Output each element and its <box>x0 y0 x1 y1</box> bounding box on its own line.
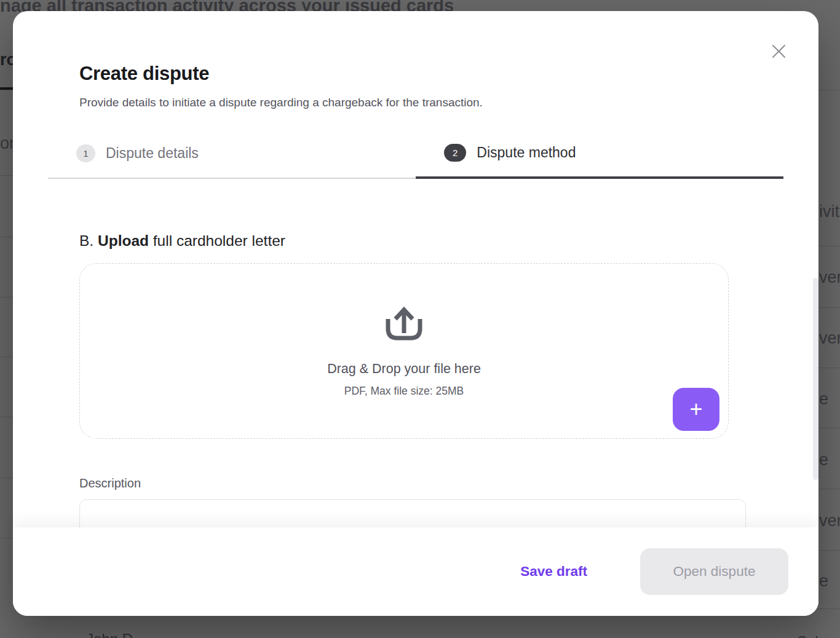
create-dispute-modal: Create dispute Provide details to initia… <box>13 11 818 616</box>
heading-bold: Upload <box>98 232 149 249</box>
dropzone-drag-text: Drag & Drop your file here <box>327 361 481 377</box>
step-1-badge: 1 <box>76 144 95 162</box>
modal-subtitle: Provide details to initiate a dispute re… <box>79 96 483 109</box>
file-dropzone[interactable]: Drag & Drop your file here PDF, Max file… <box>79 263 729 439</box>
save-draft-button[interactable]: Save draft <box>520 564 587 580</box>
close-icon <box>772 44 786 58</box>
tab-dispute-method[interactable]: 2 Dispute method <box>416 141 783 179</box>
description-label: Description <box>79 476 141 490</box>
tab-dispute-details[interactable]: 1 Dispute details <box>48 141 416 179</box>
upload-icon <box>382 305 426 344</box>
modal-footer: Save draft Open dispute <box>13 527 818 616</box>
modal-title: Create dispute <box>79 63 209 85</box>
step-tabs: 1 Dispute details 2 Dispute method <box>48 141 783 179</box>
close-button[interactable] <box>767 39 790 63</box>
add-file-button[interactable]: + <box>673 388 719 431</box>
step-2-badge: 2 <box>444 144 466 162</box>
heading-rest: full cardholder letter <box>149 232 285 249</box>
dropzone-file-hint: PDF, Max file size: 25MB <box>344 385 464 398</box>
heading-prefix: B. <box>79 232 98 249</box>
step-2-label: Dispute method <box>477 144 576 161</box>
open-dispute-button[interactable]: Open dispute <box>640 548 788 595</box>
step-1-label: Dispute details <box>106 145 199 162</box>
modal-scrollbar-thumb[interactable] <box>813 278 818 480</box>
upload-section-heading: B. Upload full cardholder letter <box>79 232 285 250</box>
